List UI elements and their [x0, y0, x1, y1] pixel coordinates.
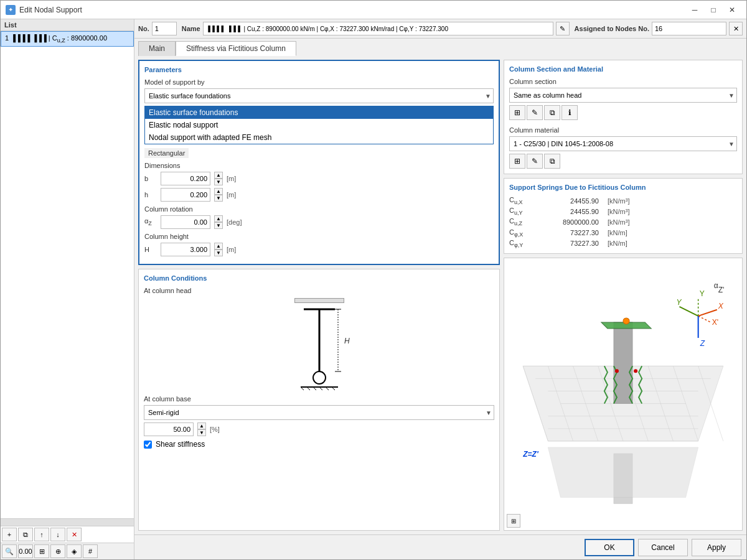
H-spin-up[interactable]: ▲ [214, 243, 223, 250]
dropdown-item-elastic-surface[interactable]: Elastic surface foundations [145, 106, 493, 119]
list-item[interactable]: 1 ▐▐▐▐ ▐▐▐ | Cu,Z : 8900000.00 [1, 31, 134, 47]
list-copy-btn[interactable]: ⧉ [18, 528, 33, 541]
assigned-clear-btn[interactable]: ✕ [729, 22, 743, 35]
list-header: List [1, 19, 134, 31]
b-spin-up[interactable]: ▲ [214, 172, 223, 179]
h-row: h ▲ ▼ [m] [144, 188, 494, 202]
material-edit-btn[interactable]: ✎ [527, 154, 543, 169]
h-input[interactable] [161, 188, 210, 202]
shear-checkbox[interactable] [144, 441, 152, 449]
conditions-title: Column Conditions [144, 274, 494, 282]
spring-label-0: Cu,X [509, 196, 540, 205]
column-section-area: Column Section and Material Column secti… [504, 60, 743, 174]
status-info-btn[interactable]: # [83, 544, 98, 558]
no-input[interactable] [152, 22, 177, 35]
ok-button[interactable]: OK [585, 539, 634, 556]
h-spin-down[interactable]: ▼ [214, 195, 223, 202]
svg-text:H: H [344, 337, 350, 345]
status-search-btn[interactable]: 🔍 [2, 544, 17, 558]
list-controls: + ⧉ ↑ ↓ ✕ [1, 526, 134, 543]
name-input[interactable] [203, 22, 553, 35]
material-select[interactable]: 1 - C25/30 | DIN 1045-1:2008-08 [509, 136, 737, 151]
section-edit-btn[interactable]: ✎ [527, 105, 543, 120]
3d-viz-svg: Y Y X X' [504, 258, 742, 530]
viz-nav-btn[interactable]: ⊞ [507, 514, 520, 528]
az-spin: ▲ ▼ [214, 215, 223, 229]
column-diagram: H [257, 297, 382, 390]
edit-name-btn[interactable]: ✎ [556, 22, 570, 35]
rigidity-input[interactable] [144, 422, 194, 436]
content-right: Column Section and Material Column secti… [504, 56, 746, 534]
assigned-input[interactable] [652, 22, 726, 35]
material-table-btn[interactable]: ⊞ [509, 154, 525, 169]
spring-value-3: 73227.30 [549, 229, 599, 236]
h-spin: ▲ ▼ [214, 188, 223, 202]
list-delete-btn[interactable]: ✕ [67, 528, 82, 541]
status-coord-btn[interactable]: 0.00 [18, 544, 33, 558]
section-info-btn[interactable]: ℹ [561, 105, 578, 120]
name-label: Name [182, 25, 200, 32]
right-panel: No. Name ✎ Assigned to Nodes No. ✕ Main [134, 19, 746, 559]
svg-point-33 [615, 369, 619, 373]
tab-main[interactable]: Main [138, 41, 176, 56]
az-row: αZ ▲ ▼ [deg] [144, 215, 494, 229]
az-spin-up[interactable]: ▲ [214, 215, 223, 222]
H-input[interactable] [161, 243, 210, 256]
base-select-wrapper: Semi-rigid Rigid Hinged ▼ [144, 405, 494, 420]
H-spin-down[interactable]: ▼ [214, 250, 223, 256]
section-label: Column section [509, 78, 737, 85]
rigidity-spin-up[interactable]: ▲ [197, 422, 206, 429]
cancel-button[interactable]: Cancel [638, 539, 688, 556]
section-copy-btn[interactable]: ⧉ [544, 105, 560, 120]
assigned-group: Assigned to Nodes No. ✕ [575, 22, 743, 35]
model-label: Model of support by [144, 78, 494, 86]
spring-label-4: Cφ,Y [509, 239, 540, 248]
b-input[interactable] [161, 172, 210, 185]
model-select[interactable]: Elastic surface foundations Elastic noda… [144, 88, 494, 103]
az-input[interactable] [161, 215, 210, 229]
dimensions-label: Dimensions [144, 162, 494, 169]
list-add-btn[interactable]: + [2, 528, 17, 541]
close-button[interactable]: ✕ [723, 3, 741, 17]
apply-button[interactable]: Apply [692, 539, 741, 556]
dropdown-item-elastic-nodal[interactable]: Elastic nodal support [145, 119, 493, 131]
az-spin-down[interactable]: ▼ [214, 222, 223, 229]
status-filter-btn[interactable]: ◈ [67, 544, 82, 558]
list-move-up-btn[interactable]: ↑ [34, 528, 49, 541]
springs-title: Support Springs Due to Fictitious Column [509, 184, 737, 191]
list-scroll[interactable]: 1 ▐▐▐▐ ▐▐▐ | Cu,Z : 8900000.00 [1, 31, 134, 518]
shear-label: Shear stiffness [156, 440, 205, 449]
spring-unit-4: [kN/m] [608, 240, 657, 247]
no-label: No. [138, 25, 149, 32]
svg-point-32 [623, 318, 629, 324]
svg-text:X': X' [712, 318, 718, 327]
material-copy-btn[interactable]: ⧉ [544, 154, 560, 169]
section-table-btn[interactable]: ⊞ [509, 105, 525, 120]
svg-text:Z=Z': Z=Z' [522, 450, 539, 459]
height-label: Column height [144, 233, 494, 240]
svg-marker-48 [548, 447, 698, 497]
section-select[interactable]: Same as column head [509, 88, 737, 103]
b-spin-down[interactable]: ▼ [214, 179, 223, 185]
spring-value-1: 24455.90 [549, 208, 599, 215]
list-scrollbar[interactable] [1, 518, 134, 526]
parameters-title: Parameters [144, 66, 494, 73]
b-unit: [m] [227, 175, 236, 182]
tab-stiffness[interactable]: Stiffness via Fictitious Column [176, 41, 296, 56]
status-snap-btn[interactable]: ⊕ [50, 544, 65, 558]
spring-unit-1: [kN/m³] [608, 208, 657, 215]
h-spin-up[interactable]: ▲ [214, 188, 223, 195]
base-select[interactable]: Semi-rigid Rigid Hinged [144, 405, 494, 420]
list-move-down-btn[interactable]: ↓ [50, 528, 65, 541]
tab-bar: Main Stiffness via Fictitious Column [134, 39, 746, 56]
dropdown-item-nodal-adapted[interactable]: Nodal support with adapted FE mesh [145, 131, 493, 144]
H-spin: ▲ ▼ [214, 243, 223, 256]
status-grid-btn[interactable]: ⊞ [34, 544, 49, 558]
minimize-button[interactable]: ─ [685, 3, 704, 17]
rigidity-spin: ▲ ▼ [197, 422, 206, 436]
maximize-button[interactable]: □ [704, 3, 723, 17]
svg-text:Y: Y [676, 298, 682, 307]
content-area: Parameters Model of support by Elastic s… [134, 56, 746, 534]
h-label: h [144, 191, 157, 198]
rigidity-spin-down[interactable]: ▼ [197, 429, 206, 436]
